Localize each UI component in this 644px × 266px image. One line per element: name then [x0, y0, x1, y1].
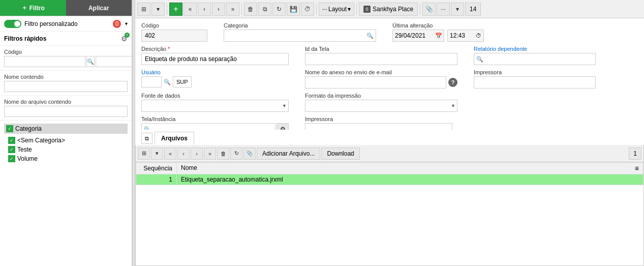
- chevron-down-icon[interactable]: ▾: [125, 21, 128, 26]
- sankhya-label: Sankhya Place: [373, 6, 413, 13]
- formato-impressao-select[interactable]: [305, 100, 457, 112]
- copy-button[interactable]: ⧉: [258, 3, 271, 16]
- sankhya-place-button[interactable]: S Sankhya Place: [359, 3, 418, 16]
- add-button[interactable]: +: [169, 3, 182, 16]
- filtro-personalizado-toggle[interactable]: [4, 20, 21, 28]
- sem-categoria-checkbox[interactable]: ✓: [8, 137, 15, 144]
- categoria-group: Categoria 🔍: [224, 22, 376, 42]
- categoria-search-icon[interactable]: 🔍: [364, 30, 376, 41]
- impressora-bottom-group: Impressora: [305, 116, 452, 130]
- teste-checkbox[interactable]: ✓: [8, 146, 15, 153]
- codigo-filter-input2[interactable]: [96, 56, 132, 67]
- usuario-label[interactable]: Usuário: [141, 69, 289, 75]
- usuario-sup-button[interactable]: SUP: [173, 76, 192, 87]
- relatorio-dependente-input[interactable]: [485, 53, 595, 65]
- form-row-5: Tela/Instância 🔍 ⚙ Impressora: [141, 116, 638, 130]
- more-button[interactable]: ···: [437, 3, 450, 16]
- tela-search-icon[interactable]: 🔍: [142, 124, 153, 130]
- sidebar-header: ＋ Filtro Aplicar: [0, 0, 132, 16]
- nome-arquivo-input[interactable]: [4, 106, 128, 117]
- nome-contendo-label: Nome contendo: [4, 74, 128, 80]
- prev-button[interactable]: ‹: [198, 3, 211, 16]
- filtro-label: Filtro: [29, 5, 45, 12]
- relatorio-search-icon[interactable]: 🔍: [474, 53, 485, 65]
- volume-checkbox[interactable]: ✓: [8, 155, 15, 162]
- codigo-filter-input[interactable]: [4, 56, 85, 67]
- fonte-dados-select[interactable]: [141, 100, 289, 112]
- sub-refresh-button[interactable]: ↻: [230, 147, 242, 160]
- aplicar-label: Aplicar: [88, 5, 109, 12]
- aplicar-button[interactable]: Aplicar: [66, 0, 132, 16]
- sub-grid-dropdown-button[interactable]: ▾: [151, 147, 163, 160]
- ultima-alteracao-label: Última alteração: [392, 22, 484, 28]
- usuario-code-input[interactable]: [141, 76, 162, 87]
- sub-next-button[interactable]: ›: [191, 147, 203, 160]
- sub-prev-button[interactable]: ‹: [177, 147, 190, 160]
- descricao-input[interactable]: [141, 53, 289, 65]
- sub-grid-button[interactable]: ⊞: [138, 147, 150, 160]
- attachment-button[interactable]: 📎: [422, 3, 436, 16]
- last-button[interactable]: »: [226, 3, 239, 16]
- codigo-filter-section: Código 🔍: [0, 46, 132, 71]
- adicionar-arquivo-button[interactable]: Adicionar Arquivo...: [257, 147, 320, 160]
- grid-dropdown-button[interactable]: ▾: [151, 3, 165, 16]
- relatorio-dependente-label[interactable]: Relatório dependente: [474, 46, 638, 52]
- ultima-alteracao-time-input[interactable]: [448, 30, 473, 41]
- sidebar: ＋ Filtro Aplicar Filtro personalizado 0 …: [0, 0, 132, 266]
- codigo-input[interactable]: [141, 29, 207, 42]
- ultima-alteracao-time-wrapper: ⏱: [447, 29, 484, 42]
- filtros-rapidos-row: Filtros rápidos ⚙ +: [0, 32, 132, 46]
- ultima-alteracao-date-input[interactable]: [393, 30, 434, 41]
- usuario-search-button[interactable]: 🔍: [164, 79, 171, 85]
- files-table: Sequência Nome ≡ 1 Etiqueta_separacao_au…: [136, 162, 643, 185]
- impressora-right-input[interactable]: [474, 76, 596, 88]
- formato-impressao-label: Formato da impressão: [305, 93, 457, 99]
- impressora-bottom-label: Impressora: [305, 116, 452, 122]
- form-row-4: Fonte de dados Formato da impressão: [141, 93, 638, 112]
- help-icon[interactable]: ?: [448, 78, 457, 87]
- sub-delete-button[interactable]: 🗑: [217, 147, 229, 160]
- grid-view-button[interactable]: ⊞: [137, 3, 150, 16]
- filter-config-button[interactable]: ⚙ +: [121, 35, 128, 43]
- sub-attachment-button[interactable]: 📎: [243, 147, 256, 160]
- nome-anexo-input[interactable]: [305, 76, 446, 88]
- toolbar-separator-1: [167, 4, 167, 15]
- table-menu-icon[interactable]: ≡: [635, 164, 639, 172]
- categoria-form-input[interactable]: [224, 30, 364, 41]
- table-row[interactable]: 1 Etiqueta_separacao_automatica.jrxml: [136, 174, 643, 185]
- clock-button[interactable]: ⏱: [301, 3, 314, 16]
- filtro-button[interactable]: ＋ Filtro: [0, 0, 66, 16]
- categoria-header: ✓ Categoria: [4, 124, 128, 134]
- toolbar-separator-5: [420, 4, 420, 15]
- tela-instancia-input[interactable]: [153, 124, 275, 130]
- delete-button[interactable]: 🗑: [244, 3, 257, 16]
- teste-label: Teste: [17, 146, 32, 153]
- impressora-bottom-input[interactable]: [305, 123, 452, 130]
- more-dropdown-button[interactable]: ▾: [451, 3, 464, 16]
- tab-copy-button[interactable]: ⧉: [141, 133, 152, 144]
- cell-nome: Etiqueta_separacao_automatica.jrxml: [177, 174, 643, 185]
- toolbar-separator-4: [356, 4, 357, 15]
- categoria-label: Categoria: [15, 125, 42, 132]
- id-tela-input[interactable]: [305, 53, 457, 65]
- save-button[interactable]: 💾: [287, 3, 300, 16]
- tabs-header: ⧉ Arquivos: [141, 132, 638, 145]
- sub-first-button[interactable]: «: [164, 147, 176, 160]
- download-label: Download: [327, 150, 354, 157]
- layout-label: Layout: [328, 6, 347, 13]
- calendar-icon[interactable]: 📅: [434, 33, 444, 39]
- first-button[interactable]: «: [183, 3, 197, 16]
- codigo-search-button[interactable]: 🔍: [86, 56, 95, 67]
- categoria-checkbox[interactable]: ✓: [6, 125, 13, 132]
- tab-arquivos[interactable]: Arquivos: [155, 132, 194, 145]
- layout-button[interactable]: ··· Layout ▾: [319, 3, 354, 16]
- nome-contendo-input[interactable]: [4, 81, 128, 92]
- usuario-group: Usuário 🔍 SUP: [141, 69, 289, 87]
- form-row-1: Código Categoria 🔍 Última alteração 📅: [141, 22, 638, 42]
- relatorio-dependente-group: Relatório dependente 🔍: [474, 46, 638, 65]
- tela-filter-button[interactable]: ⚙: [277, 123, 289, 130]
- next-button[interactable]: ›: [212, 3, 225, 16]
- sub-last-button[interactable]: »: [204, 147, 216, 160]
- refresh-button[interactable]: ↻: [272, 3, 286, 16]
- download-button[interactable]: Download: [321, 147, 359, 160]
